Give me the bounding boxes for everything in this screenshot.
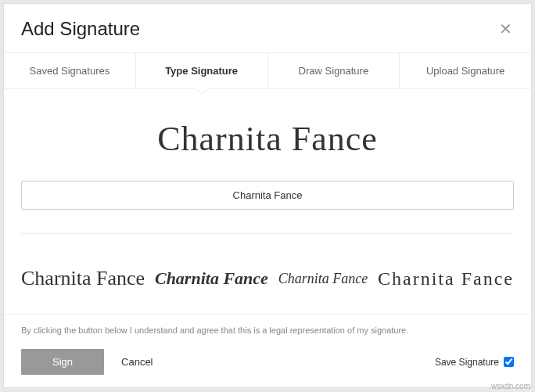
save-signature-label: Save Signature [435,357,499,368]
font-option-2[interactable]: Charnita Fance [155,265,268,292]
font-options: Charnita Fance Charnita Fance Charnita F… [21,233,514,307]
tab-draw-signature[interactable]: Draw Signature [268,53,400,88]
sign-button[interactable]: Sign [21,349,104,375]
modal-title: Add Signature [21,18,140,40]
action-bar: Sign Cancel Save Signature [21,349,514,375]
signature-input[interactable] [21,181,514,210]
watermark: wsxdn.com [491,382,530,390]
modal-header: Add Signature ✕ [4,4,531,52]
save-signature-option[interactable]: Save Signature [435,357,514,368]
tab-type-signature[interactable]: Type Signature [136,53,268,88]
signature-preview: Charnita Fance [21,89,514,181]
tab-bar: Saved Signatures Type Signature Draw Sig… [4,52,531,89]
tab-saved-signatures[interactable]: Saved Signatures [4,53,136,88]
font-option-1[interactable]: Charnita Fance [21,265,145,292]
cancel-button[interactable]: Cancel [121,356,153,368]
add-signature-modal: Add Signature ✕ Saved Signatures Type Si… [3,3,532,388]
save-signature-checkbox[interactable] [504,357,514,367]
actions-left: Sign Cancel [21,349,153,375]
modal-footer: By clicking the button below I understan… [4,314,531,387]
close-icon[interactable]: ✕ [497,20,514,38]
tab-upload-signature[interactable]: Upload Signature [400,53,531,88]
disclaimer-text: By clicking the button below I understan… [21,325,514,335]
font-option-3[interactable]: Charnita Fance [278,265,368,292]
font-option-4[interactable]: Charnita Fance [378,265,514,292]
tab-content: Charnita Fance Charnita Fance Charnita F… [4,89,531,314]
